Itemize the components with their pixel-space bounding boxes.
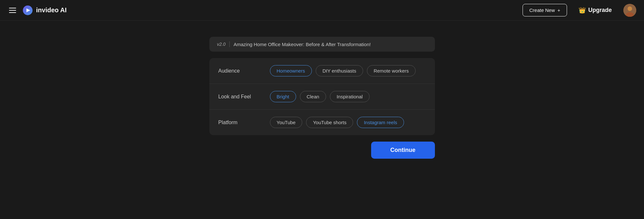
version-bar: v2.0 Amazing Home Office Makeover: Befor… xyxy=(209,37,435,52)
menu-icon[interactable] xyxy=(8,6,17,14)
header-left: invideo AI xyxy=(8,5,67,15)
settings-card: Audience Homeowners DIY enthusiasts Remo… xyxy=(209,58,435,135)
chip-bright[interactable]: Bright xyxy=(270,91,296,102)
look-feel-chips: Bright Clean Inspirational xyxy=(270,91,370,102)
logo-icon xyxy=(23,5,33,15)
avatar-image xyxy=(623,4,636,17)
version-title: Amazing Home Office Makeover: Before & A… xyxy=(234,42,371,47)
audience-chips: Homeowners DIY enthusiasts Remote worker… xyxy=(270,65,416,76)
avatar[interactable] xyxy=(623,4,636,17)
create-new-button[interactable]: Create New + xyxy=(523,4,567,16)
chip-youtube-shorts[interactable]: YouTube shorts xyxy=(306,117,353,128)
crown-icon: 👑 xyxy=(579,7,586,14)
chip-clean[interactable]: Clean xyxy=(300,91,326,102)
version-divider xyxy=(229,41,230,47)
audience-label: Audience xyxy=(218,68,257,74)
platform-chips: YouTube YouTube shorts Instagram reels xyxy=(270,117,404,128)
audience-row: Audience Homeowners DIY enthusiasts Remo… xyxy=(209,58,435,84)
chip-homeowners[interactable]: Homeowners xyxy=(270,65,312,76)
header-right: Create New + 👑 Upgrade xyxy=(523,4,636,17)
header: invideo AI Create New + 👑 Upgrade xyxy=(0,0,644,21)
upgrade-button[interactable]: 👑 Upgrade xyxy=(572,4,618,17)
platform-row: Platform YouTube YouTube shorts Instagra… xyxy=(209,110,435,135)
continue-button[interactable]: Continue xyxy=(371,142,435,159)
chip-remote-workers[interactable]: Remote workers xyxy=(367,65,416,76)
svg-point-3 xyxy=(628,6,632,11)
version-tag: v2.0 xyxy=(217,42,226,47)
logo-text: invideo AI xyxy=(36,6,67,14)
chip-inspirational[interactable]: Inspirational xyxy=(330,91,370,102)
chip-instagram-reels[interactable]: Instagram reels xyxy=(357,117,404,128)
main-content: v2.0 Amazing Home Office Makeover: Befor… xyxy=(0,21,644,219)
chip-diy-enthusiasts[interactable]: DIY enthusiasts xyxy=(316,65,363,76)
look-feel-label: Look and Feel xyxy=(218,94,257,100)
look-feel-row: Look and Feel Bright Clean Inspirational xyxy=(209,84,435,110)
content-wrapper: v2.0 Amazing Home Office Makeover: Befor… xyxy=(209,37,435,159)
logo-area: invideo AI xyxy=(23,5,67,15)
chip-youtube[interactable]: YouTube xyxy=(270,117,303,128)
platform-label: Platform xyxy=(218,120,257,125)
